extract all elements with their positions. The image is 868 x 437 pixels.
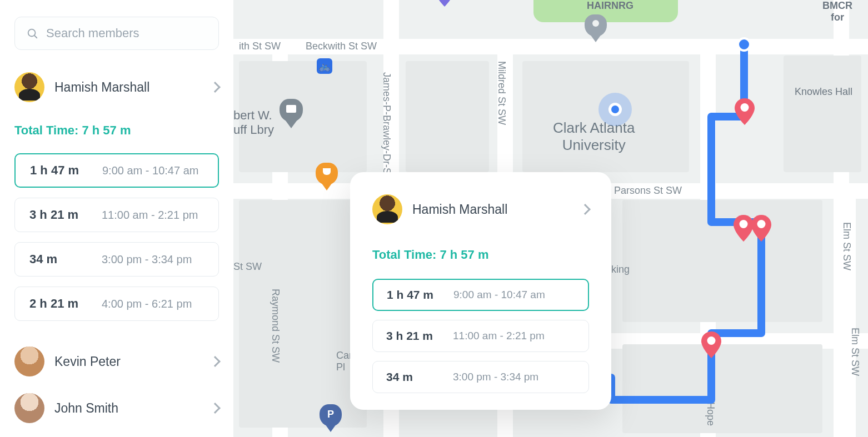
map-street-label: Beckwith St SW [306, 41, 377, 52]
svg-line-1 [34, 36, 37, 38]
svg-point-3 [741, 103, 749, 112]
segment-list: 1 h 47 m 9:00 am - 10:47 am 3 h 21 m 11:… [372, 279, 589, 393]
chevron-right-icon [209, 82, 221, 93]
map-street-label: Elm St SW [841, 222, 852, 270]
segment-duration: 1 h 47 m [30, 163, 102, 178]
map-street-label: Parsons St SW [614, 185, 682, 197]
chevron-right-icon [209, 356, 221, 367]
map-poi-label: BMCR for [822, 0, 852, 23]
map-street-label: ith St SW [239, 41, 281, 52]
avatar [372, 194, 402, 224]
member-detail-card: Hamish Marshall Total Time: 7 h 57 m 1 h… [350, 172, 611, 410]
map-poi-label: king [611, 264, 630, 275]
map-street-label: Mildred St SW [496, 61, 507, 125]
total-time-label: Total Time: 7 h 57 m [14, 123, 219, 138]
avatar [14, 72, 44, 102]
segment-item[interactable]: 34 m 3:00 pm - 3:34 pm [14, 242, 219, 277]
chevron-right-icon [580, 204, 591, 215]
segment-duration: 3 h 21 m [29, 208, 102, 222]
segment-duration: 3 h 21 m [386, 329, 453, 343]
poi-pin-icon[interactable] [585, 14, 607, 43]
total-time-label: Total Time: 7 h 57 m [372, 248, 589, 262]
map-poi-label: Knowles Hall [795, 86, 852, 98]
segment-duration: 1 h 47 m [387, 288, 453, 302]
segment-list: 1 h 47 m 9:00 am - 10:47 am 3 h 21 m 11:… [14, 153, 219, 321]
segment-range: 9:00 am - 10:47 am [102, 164, 198, 177]
map-pin-icon[interactable] [731, 98, 758, 125]
avatar [14, 393, 44, 423]
cafe-pin-icon[interactable] [316, 163, 338, 192]
member-name: John Smith [54, 401, 201, 416]
member-row-selected[interactable]: Hamish Marshall [14, 72, 219, 102]
segment-duration: 34 m [29, 252, 102, 267]
segment-item[interactable]: 34 m 3:00 pm - 3:34 pm [372, 361, 589, 393]
card-member-row[interactable]: Hamish Marshall [372, 194, 589, 224]
parking-pin-icon[interactable]: P [320, 404, 342, 433]
search-box[interactable] [14, 17, 219, 50]
sidebar: Hamish Marshall Total Time: 7 h 57 m 1 h… [0, 0, 233, 437]
segment-range: 9:00 am - 10:47 am [453, 289, 545, 301]
member-name: Hamish Marshall [54, 80, 201, 95]
map-street-label: James-P-Brawley-Dr-SW [381, 72, 392, 184]
chevron-right-icon [209, 403, 221, 414]
segment-range: 4:00 pm - 6:21 pm [102, 298, 192, 310]
segment-item[interactable]: 1 h 47 m 9:00 am - 10:47 am [372, 279, 589, 311]
segment-range: 11:00 am - 2:21 pm [453, 330, 545, 342]
member-row[interactable]: Kevin Peter [14, 346, 219, 376]
map-pin-icon[interactable] [431, 0, 458, 7]
svg-point-0 [28, 29, 36, 37]
search-input[interactable] [46, 26, 207, 41]
segment-range: 11:00 am - 2:21 pm [102, 209, 198, 222]
avatar [14, 346, 44, 376]
bike-lane-icon: 🚲 [317, 58, 332, 74]
svg-point-6 [707, 336, 716, 345]
segment-item[interactable]: 2 h 21 m 4:00 pm - 6:21 pm [14, 287, 219, 321]
member-row[interactable]: John Smith [14, 393, 219, 423]
search-icon [26, 27, 38, 39]
current-location-dot [608, 103, 622, 116]
segment-range: 3:00 pm - 3:34 pm [453, 371, 538, 383]
library-pin-icon[interactable] [280, 99, 303, 129]
map-poi-label: Clark Atlanta University [553, 119, 635, 154]
map-pin-icon[interactable] [748, 215, 775, 242]
map-canvas[interactable]: ith St SW Beckwith St SW James-P-Brawley… [233, 0, 868, 437]
member-name: Kevin Peter [54, 354, 201, 369]
map-street-label: St SW [233, 261, 262, 273]
map-street-label: Elm St SW [849, 328, 861, 376]
segment-range: 3:00 pm - 3:34 pm [102, 253, 192, 266]
map-street-label: John Hope [705, 378, 716, 426]
map-poi-label: bert W. uff Lbry [233, 108, 274, 137]
map-poi-label: HAIRNRG [587, 0, 633, 12]
segment-duration: 2 h 21 m [29, 297, 102, 311]
map-street-label: Raymond St SW [270, 289, 281, 363]
svg-point-5 [757, 220, 766, 228]
member-name: Hamish Marshall [412, 202, 571, 217]
segment-item[interactable]: 3 h 21 m 11:00 am - 2:21 pm [14, 198, 219, 232]
segment-item[interactable]: 3 h 21 m 11:00 am - 2:21 pm [372, 320, 589, 352]
segment-duration: 34 m [386, 370, 453, 384]
svg-point-4 [740, 220, 748, 228]
map-pin-icon[interactable] [698, 331, 725, 358]
segment-item[interactable]: 1 h 47 m 9:00 am - 10:47 am [14, 153, 219, 188]
